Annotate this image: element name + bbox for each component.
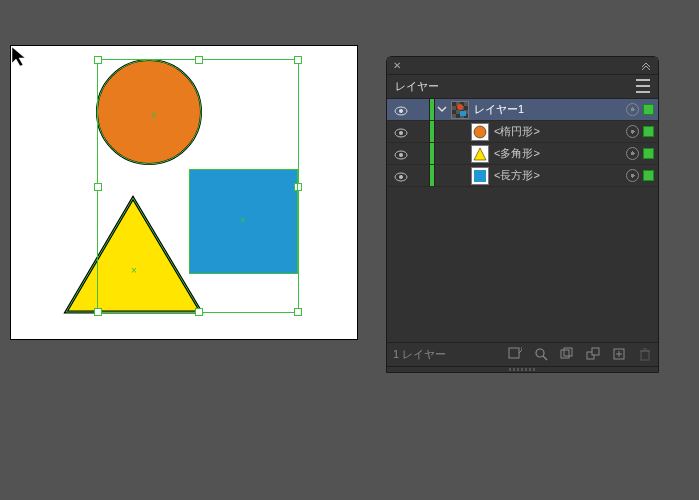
canvas-artboard[interactable]: × × ×	[10, 45, 358, 340]
layer-count-label: 1 レイヤー	[393, 347, 446, 362]
selection-handle[interactable]	[94, 56, 102, 64]
selection-indicator[interactable]	[643, 104, 654, 115]
sublayer-thumbnail-rect	[471, 167, 489, 185]
shape-center-marker: ×	[240, 218, 246, 224]
layer-accent	[429, 121, 435, 142]
svg-point-10	[399, 175, 403, 179]
layer-accent	[429, 165, 435, 186]
visibility-toggle[interactable]	[387, 169, 415, 181]
svg-rect-18	[592, 348, 599, 355]
layer-list: レイヤー1 <楕円形>	[387, 99, 658, 342]
selection-handle[interactable]	[294, 308, 302, 316]
new-sublayer-button[interactable]	[586, 347, 600, 363]
selection-indicator[interactable]	[643, 170, 654, 181]
target-button[interactable]	[626, 125, 639, 138]
visibility-toggle[interactable]	[387, 125, 415, 137]
svg-rect-16	[564, 348, 572, 356]
layer-name-label[interactable]: <長方形>	[491, 168, 626, 183]
visibility-toggle[interactable]	[387, 147, 415, 159]
layer-row-rectangle[interactable]: <長方形>	[387, 165, 658, 187]
panel-footer: 1 レイヤー	[387, 342, 658, 366]
layer-name-label[interactable]: <多角形>	[491, 146, 626, 161]
target-button[interactable]	[626, 103, 639, 116]
target-button[interactable]	[626, 169, 639, 182]
collect-button[interactable]	[560, 347, 574, 363]
layers-tab[interactable]: レイヤー	[395, 79, 439, 94]
new-layer-button[interactable]	[612, 347, 626, 363]
sublayer-thumbnail-triangle	[471, 145, 489, 163]
panel-topbar: ✕	[387, 57, 658, 75]
selection-indicator[interactable]	[643, 148, 654, 159]
svg-rect-11	[474, 170, 486, 182]
selection-handle[interactable]	[94, 183, 102, 191]
panel-resize-gripper[interactable]	[387, 366, 658, 372]
layer-row-ellipse[interactable]: <楕円形>	[387, 121, 658, 143]
shape-center-marker: ×	[151, 113, 157, 119]
svg-point-2	[399, 109, 403, 113]
selection-handle[interactable]	[195, 56, 203, 64]
shape-center-marker: ×	[131, 268, 137, 274]
selection-handle[interactable]	[294, 56, 302, 64]
delete-layer-button[interactable]	[638, 347, 652, 363]
layer-thumbnail	[451, 101, 469, 119]
selection-handle[interactable]	[195, 308, 203, 316]
svg-point-13	[536, 349, 544, 357]
layer-row-parent[interactable]: レイヤー1	[387, 99, 658, 121]
layer-accent	[429, 143, 435, 164]
svg-point-4	[399, 131, 403, 135]
svg-rect-22	[641, 351, 649, 360]
search-button[interactable]	[534, 347, 548, 363]
panel-close-button[interactable]: ✕	[393, 60, 401, 71]
layer-name-label[interactable]: レイヤー1	[471, 102, 626, 117]
panel-tabs: レイヤー	[387, 75, 658, 99]
target-button[interactable]	[626, 147, 639, 160]
svg-line-14	[543, 356, 547, 360]
panel-menu-button[interactable]	[634, 79, 650, 93]
selection-indicator[interactable]	[643, 126, 654, 137]
visibility-toggle[interactable]	[387, 103, 415, 115]
panel-collapse-icon[interactable]	[640, 60, 652, 72]
svg-rect-12	[509, 348, 519, 358]
svg-point-7	[399, 153, 403, 157]
svg-rect-15	[561, 350, 569, 358]
locate-object-button[interactable]	[508, 347, 522, 363]
expand-toggle[interactable]	[435, 104, 449, 116]
selection-handle[interactable]	[94, 308, 102, 316]
svg-marker-8	[474, 148, 486, 160]
svg-point-5	[474, 126, 486, 138]
sublayer-thumbnail-ellipse	[471, 123, 489, 141]
layer-row-polygon[interactable]: <多角形>	[387, 143, 658, 165]
layer-name-label[interactable]: <楕円形>	[491, 124, 626, 139]
layers-panel: ✕ レイヤー レイヤー1	[386, 56, 659, 373]
